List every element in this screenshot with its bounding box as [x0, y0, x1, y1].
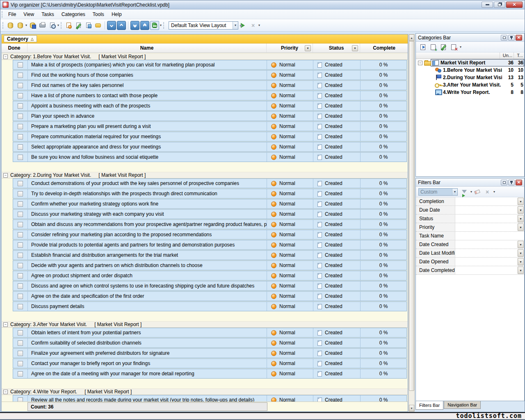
task-row[interactable]: Review all the notes and records made du…: [13, 395, 407, 402]
task-row[interactable]: Discuss payment detailsNormalCreated0 %: [13, 301, 407, 311]
database-open-button[interactable]: [16, 21, 25, 30]
done-checkbox[interactable]: [18, 294, 23, 299]
task-new-button[interactable]: [64, 21, 73, 30]
done-checkbox[interactable]: [18, 371, 23, 377]
group-header[interactable]: −Category: 4.Write Your Report.[ Market …: [1, 388, 408, 395]
highlighter-button[interactable]: [150, 21, 159, 30]
filter-value-field[interactable]: [455, 249, 517, 257]
done-checkbox[interactable]: [18, 114, 23, 119]
filter-value-field[interactable]: [455, 215, 517, 223]
column-header-total[interactable]: T...: [514, 52, 524, 59]
delete-layout-button[interactable]: ×: [249, 21, 258, 30]
collapse-icon[interactable]: −: [3, 390, 8, 394]
tree-item-2-during-your-market-visit-[interactable]: 2.During Your Market Visit.1313: [416, 74, 524, 81]
group-header[interactable]: −Category: 2.During Your Market Visit.[ …: [1, 172, 408, 178]
task-edit-button[interactable]: [74, 21, 83, 30]
done-checkbox[interactable]: [18, 201, 23, 207]
done-checkbox[interactable]: [18, 181, 23, 186]
task-row[interactable]: Decide with your agents and partners on …: [13, 260, 407, 270]
done-checkbox[interactable]: [18, 351, 23, 356]
done-checkbox[interactable]: [18, 253, 23, 258]
group-header[interactable]: −Category: 1.Before Your Market Visit.[ …: [1, 53, 408, 60]
done-checkbox[interactable]: [18, 155, 23, 160]
collapse-icon[interactable]: −: [3, 173, 8, 178]
task-delete-button[interactable]: [84, 21, 93, 30]
column-header-status[interactable]: Status▼: [313, 43, 360, 52]
clear-filter-button[interactable]: [472, 188, 482, 196]
status-filter-dropdown[interactable]: ▼: [352, 45, 358, 51]
database-save-button[interactable]: [28, 21, 37, 30]
task-row[interactable]: Establish financial and distribution arr…: [13, 250, 407, 260]
menu-tasks[interactable]: Tasks: [38, 10, 58, 18]
task-row[interactable]: Obtain and discuss any recommendations f…: [13, 219, 407, 229]
task-row[interactable]: Agree on product shipment and order disp…: [13, 271, 407, 281]
column-header-name[interactable]: Name: [27, 43, 267, 52]
tab-filters-bar[interactable]: Filters Bar: [415, 401, 443, 410]
filter-preset-combobox[interactable]: Custom ▼: [418, 188, 458, 196]
chevron-down-icon[interactable]: ▾: [493, 190, 495, 194]
task-row[interactable]: Agree on the date of a meeting with your…: [13, 369, 407, 379]
menu-view[interactable]: View: [20, 10, 38, 18]
chevron-down-icon[interactable]: ▼: [233, 22, 238, 29]
filter-value-field[interactable]: [455, 240, 517, 249]
task-row[interactable]: Agree on the date and specification of t…: [13, 291, 407, 301]
task-row[interactable]: Have a list of phone numbers to contact …: [13, 91, 407, 100]
tab-navigation-bar[interactable]: Navigation Bar: [444, 401, 481, 409]
chevron-down-icon[interactable]: ▾: [470, 190, 472, 194]
chevron-down-icon[interactable]: ▼: [518, 215, 524, 222]
filter-value-field[interactable]: [455, 206, 517, 214]
task-row[interactable]: Make a list of prospects (companies) whi…: [13, 60, 407, 70]
chevron-down-icon[interactable]: ▼: [518, 249, 524, 257]
done-checkbox[interactable]: [18, 83, 23, 88]
chevron-down-icon[interactable]: ▾: [25, 23, 27, 27]
panel-close-button[interactable]: ✕: [516, 180, 522, 185]
task-row[interactable]: Select appropriate appearance and dress …: [13, 142, 407, 152]
panel-pin-button[interactable]: [508, 35, 515, 41]
task-row[interactable]: Plan your speech in advanceNormalCreated…: [13, 111, 407, 121]
collapse-icon[interactable]: −: [3, 55, 8, 59]
task-row[interactable]: Try to develop in-depth relationships wi…: [13, 189, 407, 199]
minimize-button[interactable]: [482, 2, 493, 8]
scroll-up-arrow-icon[interactable]: ▲: [409, 34, 414, 41]
chevron-down-icon[interactable]: ▼: [518, 241, 524, 248]
done-checkbox[interactable]: [18, 283, 23, 289]
panel-close-button[interactable]: ✕: [516, 35, 522, 41]
menu-tools[interactable]: Tools: [89, 10, 108, 18]
tree-item-market-visit-report[interactable]: −Market Visit Report3636: [416, 59, 524, 66]
chevron-down-icon[interactable]: ▾: [258, 23, 260, 27]
panel-restore-button[interactable]: [501, 35, 507, 41]
tree-item-4-write-your-report-[interactable]: 4.Write Your Report.88: [416, 89, 524, 96]
filter-value-field[interactable]: [455, 197, 517, 205]
done-checkbox[interactable]: [18, 191, 23, 196]
done-checkbox[interactable]: [18, 222, 23, 227]
chevron-down-icon[interactable]: ▾: [160, 23, 162, 27]
print-preview-button[interactable]: [48, 21, 57, 30]
filter-value-field[interactable]: [455, 258, 517, 266]
task-row[interactable]: Conduct demonstrations of your product w…: [13, 178, 407, 188]
done-checkbox[interactable]: [18, 273, 23, 278]
chevron-down-icon[interactable]: ▼: [452, 189, 457, 195]
done-checkbox[interactable]: [18, 134, 23, 139]
done-checkbox[interactable]: [18, 263, 23, 268]
panel-pin-button[interactable]: [508, 180, 515, 185]
done-checkbox[interactable]: [18, 144, 23, 150]
done-checkbox[interactable]: [18, 397, 23, 402]
add-category-button[interactable]: [418, 43, 427, 51]
filter-value-field[interactable]: [455, 223, 517, 231]
restore-button[interactable]: [494, 2, 505, 8]
done-checkbox[interactable]: [18, 93, 23, 98]
task-row[interactable]: Consider refining your marketing plan ac…: [13, 230, 407, 240]
task-row[interactable]: Confirm whether your marketing strategy …: [13, 199, 407, 209]
task-comment-button[interactable]: [94, 21, 103, 30]
chevron-down-icon[interactable]: ▾: [460, 45, 461, 49]
done-checkbox[interactable]: [18, 62, 23, 68]
task-row[interactable]: Obtain letters of intent from your poten…: [13, 328, 407, 338]
task-row[interactable]: Find out the working hours of those comp…: [13, 70, 407, 80]
delete-filter-button[interactable]: ×: [483, 188, 492, 196]
panel-restore-button[interactable]: [501, 180, 507, 185]
task-row[interactable]: Provide trial products to potential agen…: [13, 240, 407, 250]
task-row[interactable]: Finalize your agreement with preferred d…: [13, 348, 407, 358]
done-checkbox[interactable]: [18, 242, 23, 248]
apply-layout-button[interactable]: [239, 21, 248, 30]
task-row[interactable]: Discuss your marketing strategy with eac…: [13, 209, 407, 219]
